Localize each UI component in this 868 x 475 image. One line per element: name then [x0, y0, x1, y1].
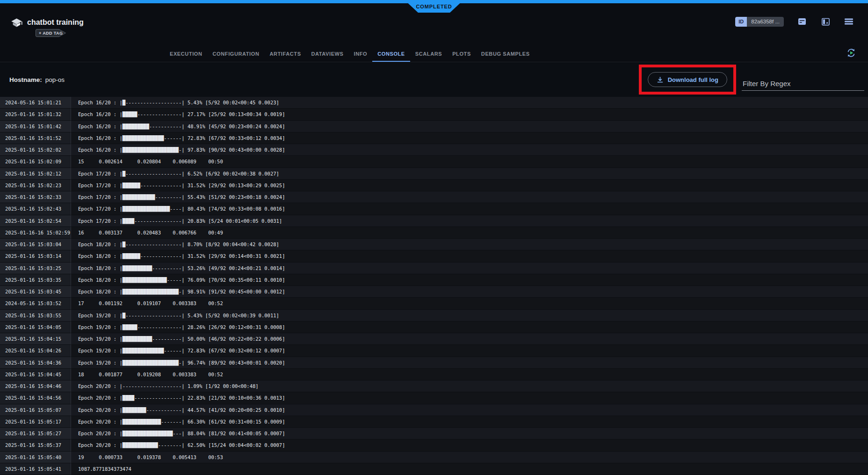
log-message: Epoch 20/20 : |█████████████████---| 88.… [71, 428, 868, 439]
log-message: Epoch 19/20 : |██████████----------| 50.… [71, 333, 868, 345]
log-row[interactable]: 2025-01-16 15:02:43 Epoch 17/20 : |█████… [0, 203, 868, 215]
console-toolbar: Hostname: pop-os Download full log [0, 62, 868, 97]
log-message: Epoch 19/20 : |██████████████------| 72.… [71, 345, 868, 357]
comments-icon[interactable] [797, 16, 807, 27]
log-message: Epoch 17/20 : |████----------------| 20.… [71, 215, 868, 227]
log-timestamp: 2025-01-16 15:04:15 [0, 333, 71, 345]
log-timestamp: 2025-01-16 15:01:52 [0, 132, 71, 144]
log-message: Epoch 16/20 : |█████████-----------| 48.… [71, 121, 868, 132]
log-row[interactable]: 2025-01-16 15:04:15 Epoch 19/20 : |█████… [0, 333, 868, 345]
tab-dataviews[interactable]: DATAVIEWS [306, 51, 349, 62]
header-actions: ID 82a6358f ... [735, 16, 854, 27]
log-timestamp: 2025-01-16 15:05:40 [0, 452, 71, 463]
log-message: Epoch 20/20 : |████----------------| 22.… [71, 392, 868, 404]
log-row[interactable]: 2025-01-16 15:05:40 19 0.000733 0.019378… [0, 452, 868, 463]
log-timestamp: 2025-01-16 15:02:43 [0, 203, 71, 215]
log-timestamp: 2024-05-16 15:01:21 [0, 97, 71, 109]
log-timestamp: 2025-01-16 15:04:46 [0, 380, 71, 392]
log-row[interactable]: 2025-01-16 15:03:45 Epoch 18/20 : |█████… [0, 286, 868, 298]
log-message: Epoch 18/20 : |███████████████████-| 98.… [71, 286, 868, 298]
log-row[interactable]: 2025-01-16 15:02:12 Epoch 17/20 : |█----… [0, 168, 868, 180]
log-timestamp: 2025-01-16 15:04:56 [0, 392, 71, 404]
log-message: Epoch 18/20 : |██████--------------| 31.… [71, 250, 868, 262]
log-timestamp: 2025-01-16 15:02:23 [0, 180, 71, 191]
hostname-label: Hostname: [9, 76, 42, 83]
log-row[interactable]: 2025-01-16 15:05:41 1087.8771834373474 [0, 463, 868, 475]
tab-label: DEBUG SAMPLES [481, 51, 530, 57]
details-panel-icon[interactable] [820, 16, 831, 27]
log-timestamp: 2024-05-16 15:03:52 [0, 298, 71, 309]
log-message: Epoch 16/20 : |███████████████████-| 97.… [71, 144, 868, 156]
log-row[interactable]: 2025-01-16 15:02:54 Epoch 17/20 : |████-… [0, 215, 868, 227]
log-timestamp: 2025-01-16 15:02:02 [0, 144, 71, 156]
tab-artifacts[interactable]: ARTIFACTS [264, 51, 306, 62]
tab-debug-samples[interactable]: DEBUG SAMPLES [476, 51, 535, 62]
filter-by-regex-input[interactable] [742, 77, 864, 91]
log-row[interactable]: 2025-01-16 15:02:33 Epoch 17/20 : |█████… [0, 191, 868, 203]
menu-icon[interactable] [844, 16, 854, 27]
experiment-id-badge[interactable]: ID 82a6358f ... [735, 17, 784, 27]
log-row[interactable]: 2025-01-16 15:03:04 Epoch 18/20 : |█----… [0, 239, 868, 250]
log-row[interactable]: 2025-01-16 15:01:52 Epoch 16/20 : |█████… [0, 132, 868, 144]
hostname: Hostname: pop-os [9, 76, 65, 83]
log-message: Epoch 19/20 : |███████████████████-| 96.… [71, 357, 868, 369]
log-timestamp: 2025-01-16 15:03:25 [0, 263, 71, 274]
log-row[interactable]: 2025-01-16 15:02:09 15 0.002614 0.020804… [0, 156, 868, 168]
tab-label: CONSOLE [377, 51, 405, 57]
tab-label: PLOTS [452, 51, 471, 57]
log-row[interactable]: 2025-01-16 15:03:14 Epoch 18/20 : |█████… [0, 250, 868, 262]
log-row[interactable]: 2025-01-16 15:04:05 Epoch 19/20 : |█████… [0, 322, 868, 333]
log-timestamp: 2025-01-16 15:01:32 [0, 109, 71, 120]
log-message: 19 0.000733 0.019378 0.005413 00:53 [71, 452, 868, 463]
log-row[interactable]: 2025-01-16 15:01:42 Epoch 16/20 : |█████… [0, 121, 868, 132]
log-row[interactable]: 2025-01-16 15:05:27 Epoch 20/20 : |█████… [0, 428, 868, 439]
log-row[interactable]: 2025-01-16 15:04:45 18 0.001877 0.019208… [0, 369, 868, 380]
tab-label: DATAVIEWS [311, 51, 344, 57]
log-row[interactable]: 2024-05-16 15:01:21 Epoch 16/20 : |█----… [0, 97, 868, 109]
tab-label: INFO [354, 51, 368, 57]
log-message: Epoch 20/20 : |--------------------| 1.0… [71, 380, 868, 392]
console-log: 2024-05-16 15:01:21 Epoch 16/20 : |█----… [0, 97, 868, 475]
tab-scalars[interactable]: SCALARS [410, 51, 447, 62]
id-value: 82a6358f ... [747, 17, 784, 27]
log-row[interactable]: 2025-01-16 15:03:55 Epoch 19/20 : |█----… [0, 310, 868, 322]
tab-configuration[interactable]: CONFIGURATION [208, 51, 265, 62]
log-timestamp: 2025-01-16 15:05:17 [0, 416, 71, 428]
add-tag-button[interactable]: + ADD TAG [36, 29, 66, 37]
download-icon [657, 76, 664, 83]
log-message: Epoch 18/20 : |█-------------------| 8.7… [71, 239, 868, 250]
log-row[interactable]: 2025-01-16 15:03:35 Epoch 18/20 : |█████… [0, 274, 868, 286]
tab-bar: EXECUTION CONFIGURATION ARTIFACTS DATAVI… [0, 42, 868, 62]
tab-console[interactable]: CONSOLE [372, 51, 410, 62]
annotation-highlight-box: Download full log [639, 65, 736, 95]
log-row[interactable]: 2025-01-16 15:04:56 Epoch 20/20 : |████-… [0, 392, 868, 404]
log-row[interactable]: 2025-01-16 15:02:02 Epoch 16/20 : |█████… [0, 144, 868, 156]
log-row[interactable]: 2025-01-16-16 15:02:59 16 0.003137 0.020… [0, 227, 868, 239]
tab-info[interactable]: INFO [349, 51, 373, 62]
log-message: 17 0.001192 0.019107 0.003383 00:52 [71, 298, 868, 309]
log-row[interactable]: 2025-01-16 15:05:37 Epoch 20/20 : |█████… [0, 439, 868, 451]
log-message: Epoch 18/20 : |███████████████-----| 76.… [71, 274, 868, 286]
auto-refresh-icon[interactable] [846, 47, 857, 58]
log-message: Epoch 17/20 : |█-------------------| 6.5… [71, 168, 868, 180]
log-row[interactable]: 2025-01-16 15:03:25 Epoch 18/20 : |█████… [0, 263, 868, 274]
log-message: Epoch 20/20 : |█████████████-------| 66.… [71, 416, 868, 428]
download-full-log-button[interactable]: Download full log [648, 72, 727, 87]
log-row[interactable]: 2025-01-16 15:04:26 Epoch 19/20 : |█████… [0, 345, 868, 357]
log-row[interactable]: 2025-01-16 15:05:17 Epoch 20/20 : |█████… [0, 416, 868, 428]
log-row[interactable]: 2025-01-16 15:04:36 Epoch 19/20 : |█████… [0, 357, 868, 369]
log-row[interactable]: 2024-05-16 15:03:52 17 0.001192 0.019107… [0, 298, 868, 309]
log-timestamp: 2025-01-16 15:04:36 [0, 357, 71, 369]
log-timestamp: 2025-01-16 15:02:33 [0, 191, 71, 203]
log-timestamp: 2025-01-16 15:03:55 [0, 310, 71, 322]
tab-execution[interactable]: EXECUTION [165, 51, 208, 62]
tab-plots[interactable]: PLOTS [447, 51, 476, 62]
tab-label: ARTIFACTS [269, 51, 301, 57]
log-row[interactable]: 2025-01-16 15:02:23 Epoch 17/20 : |█████… [0, 180, 868, 191]
log-timestamp: 2025-01-16 15:02:12 [0, 168, 71, 180]
log-row[interactable]: 2025-01-16 15:01:32 Epoch 16/20 : |█████… [0, 109, 868, 120]
log-timestamp: 2025-01-16 15:03:14 [0, 250, 71, 262]
log-message: Epoch 20/20 : |████████████--------| 62.… [71, 439, 868, 451]
log-row[interactable]: 2025-01-16 15:05:07 Epoch 20/20 : |█████… [0, 404, 868, 416]
log-row[interactable]: 2025-01-16 15:04:46 Epoch 20/20 : |-----… [0, 380, 868, 392]
